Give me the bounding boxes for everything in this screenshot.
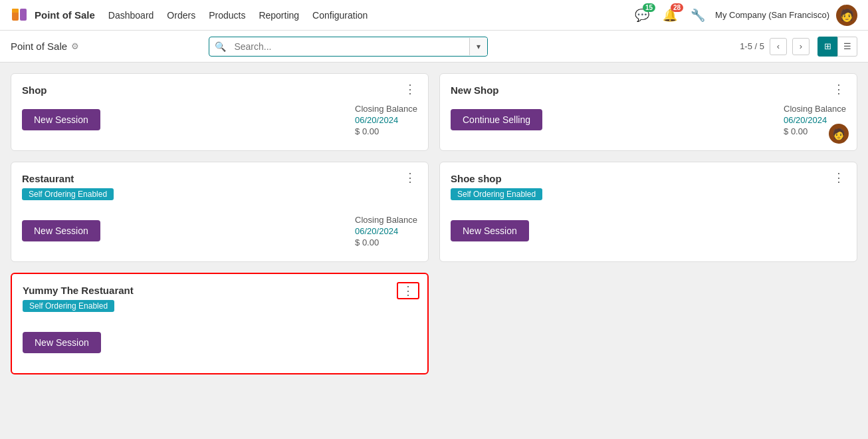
card-restaurant: ⋮RestaurantSelf Ordering EnabledNew Sess… xyxy=(11,162,429,262)
closing-amount-shop: $ 0.00 xyxy=(355,126,379,136)
app-name: Point of Sale xyxy=(35,9,95,21)
card-body-restaurant: New SessionClosing Balance06/20/2024$ 0.… xyxy=(22,211,417,251)
self-ordering-badge-shoe-shop: Self Ordering Enabled xyxy=(451,188,542,200)
search-dropdown-button[interactable]: ▾ xyxy=(469,38,487,55)
closing-amount-new-shop: $ 0.00 xyxy=(784,126,808,136)
card-title-yummy-restaurant: Yummy The Restuarant xyxy=(23,285,417,296)
card-menu-button-shop[interactable]: ⋮ xyxy=(400,82,420,96)
search-container: 🔍 ▾ xyxy=(209,37,488,57)
closing-amount-restaurant: $ 0.00 xyxy=(355,237,379,247)
svg-rect-2 xyxy=(12,9,19,13)
logo-icon xyxy=(11,6,29,25)
card-avatar-new-shop: 🧑 xyxy=(829,124,849,144)
company-name[interactable]: My Company (San Francisco) xyxy=(715,10,829,20)
new-session-button-yummy-restaurant[interactable]: New Session xyxy=(23,332,101,353)
activities-button[interactable]: 🔔 28 xyxy=(659,5,681,26)
card-body-yummy-restaurant: New Session xyxy=(23,323,417,363)
nav-reporting[interactable]: Reporting xyxy=(259,7,299,23)
card-shop: ⋮ShopNew SessionClosing Balance06/20/202… xyxy=(11,73,429,151)
card-yummy-restaurant: ⋮Yummy The RestuarantSelf Ordering Enabl… xyxy=(11,273,429,374)
closing-info-restaurant: Closing Balance06/20/2024$ 0.00 xyxy=(355,215,417,247)
svg-rect-0 xyxy=(12,11,19,21)
card-title-new-shop: New Shop xyxy=(451,84,846,96)
sub-title-text: Point of Sale xyxy=(11,41,67,52)
closing-label-shop: Closing Balance xyxy=(355,104,417,114)
new-session-button-shoe-shop[interactable]: New Session xyxy=(451,220,529,241)
activities-badge: 28 xyxy=(671,3,683,12)
search-icon: 🔍 xyxy=(209,37,231,56)
card-menu-button-restaurant[interactable]: ⋮ xyxy=(400,170,420,185)
closing-date-new-shop: 06/20/2024 xyxy=(784,115,827,125)
card-shoe-shop: ⋮Shoe shopSelf Ordering EnabledNew Sessi… xyxy=(439,162,857,262)
top-navigation: Point of Sale Dashboard Orders Products … xyxy=(0,0,868,31)
card-body-new-shop: Continue SellingClosing Balance06/20/202… xyxy=(451,100,846,140)
app-logo[interactable]: Point of Sale xyxy=(11,6,95,25)
card-menu-button-yummy-restaurant[interactable]: ⋮ xyxy=(397,282,419,299)
user-avatar[interactable]: 🧑 xyxy=(836,5,857,26)
nav-dashboard[interactable]: Dashboard xyxy=(108,7,154,23)
messages-badge: 15 xyxy=(643,3,655,12)
nav-configuration[interactable]: Configuration xyxy=(312,7,368,23)
card-title-restaurant: Restaurant xyxy=(22,173,417,184)
new-session-button-restaurant[interactable]: New Session xyxy=(22,220,100,241)
nav-links: Dashboard Orders Products Reporting Conf… xyxy=(108,7,368,23)
card-title-shoe-shop: Shoe shop xyxy=(451,173,846,184)
card-menu-button-shoe-shop[interactable]: ⋮ xyxy=(829,170,849,185)
main-content: ⋮ShopNew SessionClosing Balance06/20/202… xyxy=(0,63,868,385)
pagination-next-button[interactable]: › xyxy=(792,38,810,55)
card-body-shop: New SessionClosing Balance06/20/2024$ 0.… xyxy=(22,100,417,140)
pagination: 1-5 / 5 ‹ › ⊞ ☰ xyxy=(740,37,857,57)
nav-right: 💬 15 🔔 28 🔧 My Company (San Francisco) 🧑 xyxy=(631,5,857,26)
search-input[interactable] xyxy=(231,39,469,55)
pagination-prev-button[interactable]: ‹ xyxy=(770,38,787,55)
kanban-view-button[interactable]: ⊞ xyxy=(817,37,837,57)
self-ordering-badge-yummy-restaurant: Self Ordering Enabled xyxy=(23,300,114,312)
new-session-button-shop[interactable]: New Session xyxy=(22,109,100,130)
closing-info-shop: Closing Balance06/20/2024$ 0.00 xyxy=(355,104,417,136)
nav-orders[interactable]: Orders xyxy=(167,7,195,23)
list-view-button[interactable]: ☰ xyxy=(837,37,857,57)
sub-title-container: Point of Sale ⚙ xyxy=(11,41,79,52)
continue-selling-button-new-shop[interactable]: Continue Selling xyxy=(451,109,542,130)
closing-date-shop: 06/20/2024 xyxy=(355,115,398,125)
pagination-text: 1-5 / 5 xyxy=(740,41,764,51)
card-body-shoe-shop: New Session xyxy=(451,211,846,251)
card-new-shop: ⋮New ShopContinue SellingClosing Balance… xyxy=(439,73,857,151)
messages-button[interactable]: 💬 15 xyxy=(631,5,653,26)
self-ordering-badge-restaurant: Self Ordering Enabled xyxy=(22,188,114,200)
nav-products[interactable]: Products xyxy=(209,7,245,23)
closing-label-new-shop: Closing Balance xyxy=(784,104,846,114)
card-title-shop: Shop xyxy=(22,84,417,96)
sub-header: Point of Sale ⚙ 🔍 ▾ 1-5 / 5 ‹ › ⊞ ☰ xyxy=(0,31,868,63)
closing-date-restaurant: 06/20/2024 xyxy=(355,226,398,236)
svg-rect-1 xyxy=(20,9,27,21)
settings-button[interactable]: 🔧 xyxy=(687,5,708,26)
gear-icon[interactable]: ⚙ xyxy=(71,41,79,51)
closing-label-restaurant: Closing Balance xyxy=(355,215,417,225)
card-menu-button-new-shop[interactable]: ⋮ xyxy=(829,82,849,96)
